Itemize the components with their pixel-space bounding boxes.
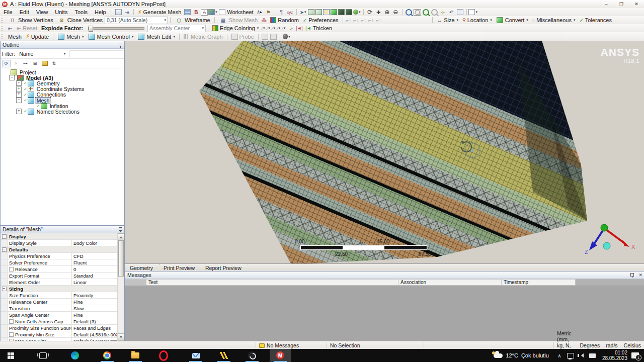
generate-mesh-button[interactable]: ⚡ Generate Mesh <box>136 9 184 16</box>
direction-arrow-icon[interactable]: → <box>286 23 296 33</box>
expand-node-icon[interactable]: ⊶ <box>21 60 30 67</box>
edge-option-dropdown-2[interactable]: ∕▾ <box>267 26 270 31</box>
tray-clock[interactable]: 01:02 28.05.2023 <box>602 350 627 361</box>
tolerances-button[interactable]: ✓Tolerances <box>577 17 614 24</box>
status-messages[interactable]: No Messages <box>256 342 327 348</box>
taskbar-edge[interactable] <box>64 349 86 362</box>
edge-direction-icon-3[interactable]: ⌐↑ <box>361 18 366 23</box>
tree-expander[interactable]: + <box>16 109 22 114</box>
triad-icon[interactable]: ⁂ <box>260 17 268 24</box>
menu-item[interactable]: View <box>33 8 52 16</box>
zoom-fit-icon[interactable] <box>422 9 430 16</box>
sphere-display-dropdown[interactable]: ▾ <box>283 33 290 40</box>
edge-direction-icon-1[interactable]: ⌐↑ <box>346 18 352 23</box>
label-icon[interactable]: ¶ <box>278 9 285 16</box>
property-value[interactable]: Default (3) <box>72 318 118 324</box>
window-layout-dropdown[interactable]: ▾ <box>469 9 477 16</box>
start-button[interactable] <box>0 349 21 362</box>
property-value[interactable]: Proximity <box>72 292 118 298</box>
tree-expander[interactable]: + <box>16 86 22 92</box>
close-icon[interactable]: ✕ <box>638 273 642 278</box>
miscellaneous-dropdown[interactable]: ◌Miscellaneous▾ <box>530 17 578 24</box>
slider-thumb[interactable] <box>89 26 93 32</box>
mesh-edit-dropdown[interactable]: Mesh Edit▾ <box>135 33 177 40</box>
axis-y-sphere[interactable] <box>601 224 608 231</box>
edge-direction-icon-5[interactable]: ⌐↑ <box>376 18 381 23</box>
tray-weather-text[interactable]: Çok bulutlu <box>521 352 549 358</box>
select-face-cube-icon[interactable] <box>323 9 330 15</box>
column-timestamp[interactable]: Timestamp <box>502 279 576 286</box>
menu-item[interactable]: Help <box>91 8 110 16</box>
property-value[interactable]: Fluent <box>72 259 118 265</box>
menu-item[interactable]: Tools <box>71 8 91 16</box>
close-vertices-button[interactable]: ⊠ Close Vertices <box>55 17 105 24</box>
menu-item[interactable]: Edit <box>16 8 33 16</box>
sort-az-icon[interactable]: ⇅ <box>50 60 58 67</box>
scroll-thumb[interactable] <box>118 240 124 277</box>
orientation-triad[interactable]: X Z <box>585 224 635 255</box>
previous-view-icon[interactable]: ↶ <box>448 9 455 16</box>
tree-expander[interactable]: − <box>9 75 15 80</box>
details-scrollbar[interactable]: ▲ ▼ <box>117 233 124 341</box>
volume-icon[interactable] <box>576 349 587 362</box>
property-value[interactable]: Default (4,5816e-002 mm) <box>72 331 118 337</box>
close-button[interactable]: ✕ <box>629 0 644 8</box>
new-figure-icon[interactable]: B <box>192 9 200 16</box>
tree-item[interactable]: + ✓ Named Selections <box>1 109 125 114</box>
property-value[interactable] <box>28 233 118 239</box>
preferences-button[interactable]: ✓ Preferences <box>301 17 341 24</box>
coordinate-probe-icon[interactable]: xyz <box>286 9 294 16</box>
select-vertex-cube-icon[interactable] <box>308 9 314 15</box>
taskbar-explorer[interactable] <box>125 349 146 362</box>
maximize-button[interactable]: ❐ <box>614 0 629 8</box>
viewport-3d[interactable]: 0,00 45,00 22,50 67,50 X Z ANSYS R18.1 <box>125 41 644 263</box>
image-capture-icon[interactable]: ▾ <box>209 9 216 16</box>
taskbar-obs[interactable] <box>242 349 263 362</box>
explode-factor-slider[interactable] <box>88 27 144 30</box>
reset-button[interactable]: ⇤Reset <box>15 25 39 32</box>
minimize-button[interactable]: – <box>599 0 614 8</box>
iso-view-icon[interactable]: ⊹ <box>439 9 447 16</box>
property-value[interactable] <box>25 286 118 292</box>
thicken-button[interactable]: |◄ Thicken <box>303 25 334 32</box>
property-value[interactable]: Standard <box>72 273 118 279</box>
max-value-icon[interactable] <box>261 33 269 40</box>
zoom-window-icon[interactable] <box>414 9 421 16</box>
tree-item[interactable]: ✓ Project <box>1 69 125 75</box>
keyboard-icon[interactable] <box>587 349 598 362</box>
property-checkbox[interactable] <box>9 267 14 272</box>
assembly-center-combo[interactable]: Assembly Center▾ <box>147 25 206 32</box>
tray-temperature[interactable]: 12°C <box>506 352 518 358</box>
edge-option-dropdown-4[interactable]: ∕▾ <box>277 26 280 31</box>
mesh-model-canvas[interactable]: 0,00 45,00 22,50 67,50 X Z <box>125 41 644 263</box>
pin-icon[interactable] <box>119 43 123 47</box>
tray-expand-icon[interactable]: ∧ <box>554 349 565 362</box>
explode-reset-prev-icon[interactable]: ⇤ <box>7 25 14 32</box>
property-value[interactable]: Linear <box>72 279 118 285</box>
menu-item[interactable]: File <box>0 8 16 16</box>
task-view-button[interactable] <box>32 349 53 362</box>
property-value[interactable]: Fine <box>72 312 118 318</box>
view-tab[interactable]: Report Preview <box>201 264 248 272</box>
column-association[interactable]: Association <box>398 279 502 286</box>
property-value[interactable]: Slow <box>72 305 118 311</box>
edge-direction-icon-2[interactable]: ⌐↑ <box>353 18 359 23</box>
edge-coloring-dropdown[interactable]: Edge Coloring▾ <box>210 25 261 32</box>
tag-icon[interactable]: ⚑ <box>265 9 272 16</box>
rotate-icon[interactable]: ⟳ <box>366 9 374 16</box>
box-zoom-icon[interactable] <box>405 9 413 16</box>
edge-direction-icon-4[interactable]: ⌐↑ <box>368 18 374 23</box>
worksheet-button[interactable]: Worksheet <box>217 9 255 16</box>
taskbar-chrome[interactable] <box>97 349 118 362</box>
view-tab[interactable]: Geometry <box>126 264 159 272</box>
mesh-control-dropdown[interactable]: Mesh Control▾ <box>86 33 136 40</box>
network-icon[interactable] <box>565 349 576 362</box>
select-body-cube-icon[interactable] <box>331 9 337 15</box>
view-tab[interactable]: Print Preview <box>159 264 201 272</box>
extend-selection-cube-icon[interactable] <box>338 9 345 15</box>
zoom-in-icon[interactable]: ⊕ <box>383 9 391 16</box>
convert-dropdown[interactable]: Convert▾ <box>494 17 530 24</box>
zoom-out-icon[interactable]: ⊖ <box>392 9 399 16</box>
edge-option-dropdown-5[interactable]: ∕▾ <box>282 26 285 31</box>
extend-limits-cube-icon[interactable] <box>346 9 352 15</box>
